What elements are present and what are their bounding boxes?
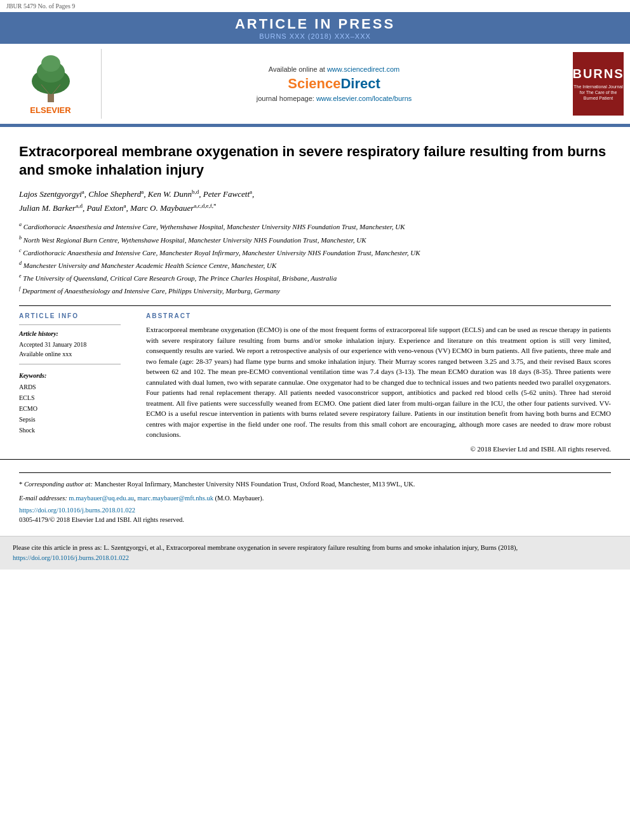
citation-bar: Please cite this article in press as: L.… — [0, 536, 630, 570]
available-online: Available online at www.sciencedirect.co… — [269, 65, 399, 73]
author-6: Paul Extona, — [86, 203, 130, 213]
article-in-press-bar: ARTICLE IN PRESS BURNS XXX (2018) XXX–XX… — [0, 12, 630, 44]
homepage-label: journal homepage: — [257, 95, 314, 102]
email-link-2[interactable]: marc.maybauer@mft.nhs.uk — [137, 495, 213, 502]
affiliation-c: c Cardiothoracic Anaesthesia and Intensi… — [19, 247, 611, 258]
affiliations-section: a Cardiothoracic Anaesthesia and Intensi… — [19, 221, 611, 296]
sd-blue: Direct — [340, 76, 380, 91]
content-divider — [19, 305, 611, 306]
author-2: Chloe Shepherda, — [88, 189, 147, 199]
article-info-col: ARTICLE INFO Article history: Accepted 3… — [19, 312, 133, 453]
keyword-4: Sepsis — [19, 414, 133, 425]
main-content: Extracorporeal membrane oxygenation in s… — [0, 127, 630, 459]
abstract-copyright: © 2018 Elsevier Ltd and ISBI. All rights… — [146, 445, 611, 453]
keyword-1: ARDS — [19, 382, 133, 392]
article-history-label: Article history: — [19, 330, 133, 337]
burns-cover: BURNS The International Journal for The … — [573, 52, 624, 116]
affiliation-a: a Cardiothoracic Anaesthesia and Intensi… — [19, 221, 611, 232]
elsevier-tree-icon — [19, 53, 83, 103]
available-text: Available online xxx — [19, 349, 133, 359]
email-label: E-mail addresses: — [19, 495, 69, 502]
article-title: Extracorporeal membrane oxygenation in s… — [19, 143, 611, 179]
elsevier-logo-section: ELSEVIER — [0, 49, 102, 119]
keyword-3: ECMO — [19, 403, 133, 414]
author-5: Julian M. Barkera,d, — [19, 203, 86, 213]
affiliation-b: b North West Regional Burn Centre, Wythe… — [19, 234, 611, 245]
article-history-accepted: Accepted 31 January 2018 Available onlin… — [19, 340, 133, 359]
elsevier-label: ELSEVIER — [30, 105, 70, 115]
article-info-title: ARTICLE INFO — [19, 312, 133, 319]
email-addresses: E-mail addresses: m.maybauer@uq.edu.au, … — [19, 493, 611, 503]
author-3: Ken W. Dunnb,d, — [148, 189, 203, 199]
footer-section: * Corresponding author at: Manchester Ro… — [0, 459, 630, 530]
corresponding-author: * Corresponding author at: Manchester Ro… — [19, 479, 611, 490]
sciencedirect-link[interactable]: www.sciencedirect.com — [327, 65, 399, 73]
abstract-col: ABSTRACT Extracorporeal membrane oxygena… — [146, 312, 611, 453]
author-7: Marc O. Maybauera,c,d,e,f,* — [130, 203, 216, 213]
affiliation-f: f Department of Anaesthesiology and Inte… — [19, 285, 611, 296]
author-4: Peter Fawcetta, — [203, 189, 255, 199]
abstract-text: Extracorporeal membrane oxygenation (ECM… — [146, 324, 611, 440]
aip-title: ARTICLE IN PRESS — [0, 16, 630, 32]
col-left-divider-2 — [19, 364, 121, 364]
keywords-label: Keywords: — [19, 372, 133, 379]
footer-divider — [19, 472, 611, 473]
sd-orange: Science — [288, 76, 340, 91]
homepage-link[interactable]: www.elsevier.com/locate/burns — [316, 95, 412, 102]
sciencedirect-logo: ScienceDirect — [288, 76, 380, 92]
burns-cover-section: BURNS The International Journal for The … — [566, 49, 630, 119]
two-col-layout: ARTICLE INFO Article history: Accepted 3… — [19, 312, 611, 453]
issn-line: 0305-4179/© 2018 Elsevier Ltd and ISBI. … — [19, 516, 611, 523]
corresponding-label: * Corresponding author at: — [19, 481, 95, 488]
journal-header: ELSEVIER Available online at www.science… — [0, 44, 630, 125]
affiliation-e: e The University of Queensland, Critical… — [19, 272, 611, 283]
journal-center-info: Available online at www.sciencedirect.co… — [102, 49, 566, 119]
citation-doi-link[interactable]: https://doi.org/10.1016/j.burns.2018.01.… — [13, 554, 129, 561]
keywords-list: ARDS ECLS ECMO Sepsis Shock — [19, 382, 133, 436]
author-1: Lajos Szentgyorgyia, — [19, 189, 88, 199]
journal-homepage: journal homepage: www.elsevier.com/locat… — [257, 95, 412, 102]
doi-link[interactable]: https://doi.org/10.1016/j.burns.2018.01.… — [19, 507, 611, 514]
journal-ref: BURNS XXX (2018) XXX–XXX — [0, 32, 630, 40]
email-link-1[interactable]: m.maybauer@uq.edu.au — [69, 495, 134, 502]
accepted-text: Accepted 31 January 2018 — [19, 340, 133, 349]
col-left-divider — [19, 324, 121, 325]
journal-id: JBUR 5479 No. of Pages 9 — [6, 3, 75, 10]
burns-subtitle: The International Journal for The Care o… — [573, 84, 624, 101]
keyword-2: ECLS — [19, 392, 133, 403]
burns-title: BURNS — [572, 67, 624, 81]
top-banner: JBUR 5479 No. of Pages 9 — [0, 0, 630, 12]
affiliation-d: d Manchester University and Manchester A… — [19, 260, 611, 270]
svg-point-3 — [41, 55, 60, 72]
authors-section: Lajos Szentgyorgyia, Chloe Shepherda, Ke… — [19, 187, 611, 215]
abstract-title: ABSTRACT — [146, 312, 611, 319]
corresponding-address: Manchester Royal Infirmary, Manchester U… — [95, 481, 415, 488]
keyword-5: Shock — [19, 425, 133, 436]
citation-text: Please cite this article in press as: L.… — [13, 544, 518, 551]
email-suffix: (M.O. Maybauer). — [215, 495, 264, 502]
